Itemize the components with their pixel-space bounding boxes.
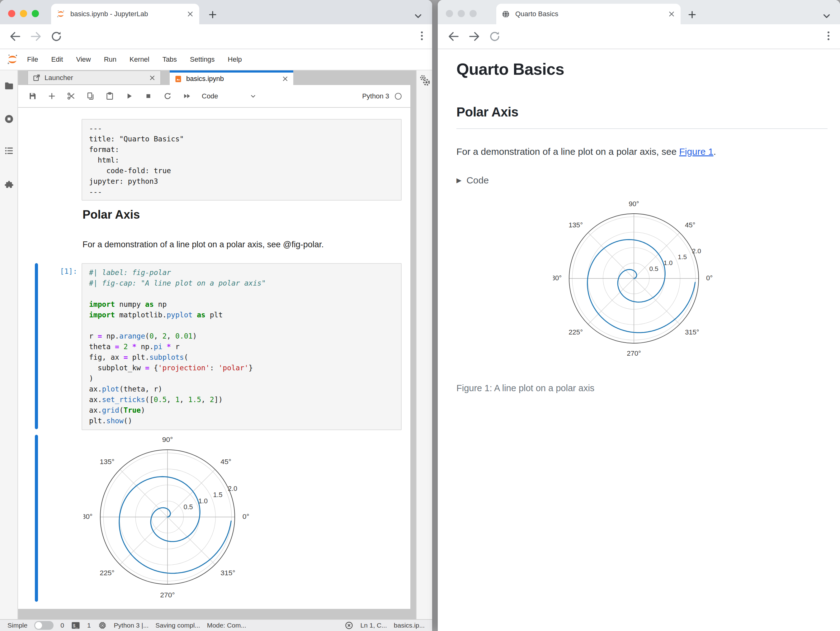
- extension-manager-icon[interactable]: [4, 180, 14, 190]
- close-icon[interactable]: [148, 74, 156, 82]
- running-kernels-icon[interactable]: [4, 114, 14, 124]
- tab-launcher[interactable]: Launcher: [27, 70, 161, 85]
- polar-plot-page: 0°45°90°135°180°225°270°315°0.51.01.52.0: [553, 198, 715, 359]
- page-title: Quarto Basics: [456, 60, 564, 79]
- notifications-off-icon[interactable]: [344, 621, 354, 630]
- zoom-window-button[interactable]: [469, 10, 477, 17]
- code-line: ax.set_rticks([0.5, 1, 1.5, 2]): [89, 394, 394, 405]
- notebook-output: 0°45°90°135°180°225°270°315°0.51.01.52.0: [84, 433, 251, 603]
- reload-icon[interactable]: [50, 30, 63, 43]
- simple-mode-toggle[interactable]: [34, 621, 54, 630]
- tab-notebook[interactable]: basics.ipynb: [170, 70, 293, 85]
- kernels-count[interactable]: 1: [87, 622, 91, 629]
- copy-icon[interactable]: [86, 92, 95, 101]
- close-window-button[interactable]: [446, 10, 453, 17]
- tab-search-chevron-icon[interactable]: [821, 11, 832, 21]
- file-browser-icon[interactable]: [4, 81, 14, 91]
- svg-text:315°: 315°: [220, 569, 235, 577]
- kernel-chip-icon: [98, 621, 107, 630]
- forward-icon[interactable]: [29, 30, 43, 43]
- input-collapser[interactable]: [35, 263, 38, 429]
- notebook-scroll-area[interactable]: ---title: "Quarto Basics"format: html: c…: [18, 108, 411, 609]
- svg-text:2.0: 2.0: [692, 247, 701, 255]
- restart-kernel-icon[interactable]: [163, 92, 172, 101]
- menu-run[interactable]: Run: [98, 55, 123, 63]
- yaml-line: title: "Quarto Basics": [89, 134, 394, 144]
- forward-icon[interactable]: [467, 30, 481, 43]
- back-icon[interactable]: [447, 30, 460, 43]
- minimize-window-button[interactable]: [458, 10, 465, 17]
- menu-kernel[interactable]: Kernel: [123, 55, 156, 63]
- svg-text:45°: 45°: [220, 457, 231, 466]
- table-of-contents-icon[interactable]: [4, 146, 14, 156]
- kernel-indicator[interactable]: Python 3: [362, 92, 402, 100]
- globe-favicon-icon: [501, 9, 510, 19]
- code-line: fig, ax = plt.subplots(: [89, 352, 394, 362]
- menu-edit[interactable]: Edit: [44, 55, 69, 63]
- close-icon[interactable]: [281, 75, 289, 82]
- menu-file[interactable]: File: [21, 55, 44, 63]
- run-icon[interactable]: [125, 92, 134, 101]
- browser-menu-dots-icon[interactable]: [823, 30, 834, 42]
- new-tab-icon[interactable]: [207, 9, 218, 20]
- browser-toolbar: localhost:4479: [438, 24, 840, 49]
- figure-caption: Figure 1: A line plot on a polar axis: [456, 383, 594, 393]
- cursor-position[interactable]: Ln 1, C...: [360, 622, 387, 629]
- notebook-icon: [174, 75, 182, 83]
- output-collapser[interactable]: [35, 435, 38, 602]
- screenshot-stage: basics.ipynb - JupyterLab: [0, 0, 840, 631]
- reload-icon[interactable]: [488, 30, 501, 43]
- traffic-lights-inactive: [446, 10, 477, 17]
- tab-search-chevron-icon[interactable]: [413, 11, 423, 21]
- minimize-window-button[interactable]: [20, 10, 27, 17]
- svg-text:1.0: 1.0: [198, 497, 208, 505]
- cut-icon[interactable]: [66, 92, 76, 101]
- notebook-scrollbar[interactable]: [411, 108, 416, 609]
- simple-mode-label: Simple: [8, 622, 27, 629]
- zoom-window-button[interactable]: [32, 10, 39, 17]
- tab-close-icon[interactable]: [186, 10, 194, 18]
- menu-view[interactable]: View: [69, 55, 97, 63]
- menu-settings[interactable]: Settings: [183, 55, 221, 63]
- markdown-heading: Polar Axis: [82, 208, 140, 221]
- save-icon[interactable]: [28, 92, 37, 101]
- kernel-status-text[interactable]: Python 3 |...: [114, 622, 149, 629]
- terminals-count[interactable]: 0: [60, 622, 64, 629]
- execution-count: [1]:: [37, 266, 77, 277]
- browser-tabstrip: Quarto Basics: [438, 0, 840, 24]
- run-all-icon[interactable]: [182, 92, 191, 101]
- yaml-raw-cell[interactable]: ---title: "Quarto Basics"format: html: c…: [82, 119, 402, 201]
- paste-icon[interactable]: [105, 92, 114, 101]
- cell-type-dropdown[interactable]: Code: [202, 92, 257, 100]
- markdown-paragraph: For a demonstration of a line plot on a …: [82, 240, 324, 250]
- code-fold-toggle[interactable]: ▶ Code: [456, 175, 489, 186]
- body-paragraph: For a demonstration of a line plot on a …: [456, 146, 716, 157]
- menu-help[interactable]: Help: [221, 55, 248, 63]
- svg-text:270°: 270°: [627, 350, 641, 357]
- code-cell-editor[interactable]: #| label: fig-polar#| fig-cap: "A line p…: [82, 263, 402, 430]
- launcher-icon: [32, 73, 41, 82]
- mode-text: Mode: Com...: [207, 622, 246, 629]
- property-inspector-gears-icon[interactable]: [418, 74, 431, 87]
- browser-tab-title: Quarto Basics: [515, 10, 668, 18]
- svg-text:135°: 135°: [99, 457, 114, 466]
- new-tab-icon[interactable]: [687, 9, 698, 20]
- figure: 0°45°90°135°180°225°270°315°0.51.01.52.0: [553, 198, 715, 361]
- code-line: [89, 320, 394, 331]
- back-icon[interactable]: [9, 30, 22, 43]
- browser-tab-title: basics.ipynb - JupyterLab: [70, 10, 186, 18]
- stop-icon[interactable]: [144, 92, 153, 101]
- menu-tabs[interactable]: Tabs: [156, 55, 183, 63]
- browser-tab[interactable]: Quarto Basics: [496, 4, 681, 24]
- yaml-line: ---: [89, 123, 394, 134]
- tab-close-icon[interactable]: [668, 10, 676, 18]
- browser-menu-dots-icon[interactable]: [416, 30, 428, 42]
- figure-link[interactable]: Figure 1: [679, 146, 713, 157]
- close-window-button[interactable]: [8, 10, 15, 17]
- add-cell-icon[interactable]: [47, 92, 56, 101]
- browser-tab[interactable]: basics.ipynb - JupyterLab: [51, 4, 199, 24]
- code-line: plt.show(): [89, 416, 394, 426]
- svg-text:0°: 0°: [706, 274, 713, 282]
- yaml-line: html:: [89, 155, 394, 165]
- menubar-items: FileEditViewRunKernelTabsSettingsHelp: [21, 55, 248, 63]
